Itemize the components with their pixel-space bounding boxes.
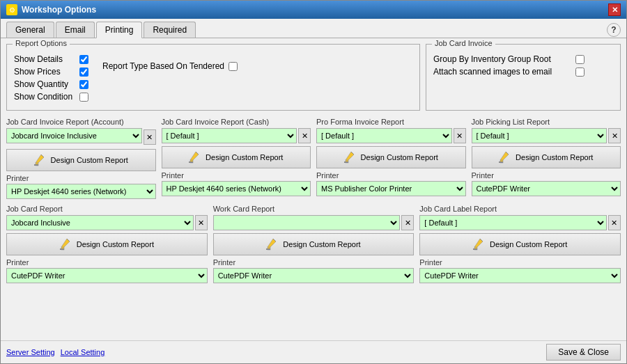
report-type-section: Report Type Based On Tendered xyxy=(102,54,238,104)
pencil-icon-5 xyxy=(60,237,74,251)
report-label-printer-label: Printer xyxy=(419,258,621,267)
server-setting-link[interactable]: Server Setting xyxy=(6,348,55,356)
report-workcard-design-btn[interactable]: Design Custom Report xyxy=(213,233,415,255)
app-icon: ⚙ xyxy=(6,4,17,15)
report-options-group: Report Options Show Details Show Prices … xyxy=(6,44,420,111)
pencil-icon-2 xyxy=(189,150,203,164)
bottom-reports-grid: Job Card Report Jobcard Inclusive ✕ Desi… xyxy=(6,205,621,283)
local-setting-link[interactable]: Local Setting xyxy=(61,348,105,356)
svg-rect-23 xyxy=(266,248,270,250)
svg-rect-3 xyxy=(34,164,38,166)
show-condition-checkbox[interactable] xyxy=(79,93,88,102)
report-picking-clear-btn[interactable]: ✕ xyxy=(608,128,621,143)
title-bar-left: ⚙ Workshop Options xyxy=(6,4,96,15)
report-picking-design-btn[interactable]: Design Custom Report xyxy=(472,146,621,168)
report-account-dropdown-row: Jobcard Invoice Inclusive ✕ xyxy=(6,128,156,146)
top-reports-grid: Job Card Invoice Report (Account) Jobcar… xyxy=(6,118,621,199)
report-options-title: Report Options xyxy=(13,39,70,47)
report-type-label: Report Type Based On Tendered xyxy=(102,61,224,71)
show-condition-label: Show Condition xyxy=(14,92,77,102)
svg-rect-11 xyxy=(344,161,348,163)
report-workcard-clear-btn[interactable]: ✕ xyxy=(401,215,414,230)
tab-email[interactable]: Email xyxy=(56,22,95,38)
report-proforma-printer-select[interactable]: MS Publisher Color Printer xyxy=(316,181,466,196)
main-content: Report Options Show Details Show Prices … xyxy=(1,38,626,340)
checkboxes-left: Show Details Show Prices Show Quantity xyxy=(14,54,88,104)
report-workcard-dropdown-row: ✕ xyxy=(213,215,415,230)
show-prices-checkbox[interactable] xyxy=(79,68,88,77)
report-label-clear-btn[interactable]: ✕ xyxy=(608,215,621,230)
main-window: ⚙ Workshop Options ✕ General Email Print… xyxy=(0,0,627,364)
group-by-inventory-checkbox[interactable] xyxy=(575,55,585,64)
report-cash-select[interactable]: [ Default ] xyxy=(162,128,297,143)
close-button[interactable]: ✕ xyxy=(608,3,621,16)
report-label-design-btn[interactable]: Design Custom Report xyxy=(419,233,621,255)
report-jobcard-design-btn[interactable]: Design Custom Report xyxy=(6,233,208,255)
report-account-clear-btn[interactable]: ✕ xyxy=(144,129,156,145)
report-workcard-select[interactable] xyxy=(213,215,401,230)
svg-rect-19 xyxy=(60,248,64,250)
report-cash-printer-select[interactable]: HP Deskjet 4640 series (Network) xyxy=(162,181,311,196)
report-col-account: Job Card Invoice Report (Account) Jobcar… xyxy=(6,118,156,199)
bottom-bar: Server Setting Local Setting Save & Clos… xyxy=(1,340,626,363)
report-jobcard-clear-btn[interactable]: ✕ xyxy=(195,215,208,230)
report-label-title: Job Card Label Report xyxy=(419,205,621,213)
help-button[interactable]: ? xyxy=(607,23,621,37)
tab-required[interactable]: Required xyxy=(144,22,196,38)
show-quantity-label: Show Quantity xyxy=(14,79,77,89)
report-cash-design-label: Design Custom Report xyxy=(206,153,283,161)
save-close-button[interactable]: Save & Close xyxy=(546,344,621,361)
pencil-icon-6 xyxy=(266,237,280,251)
report-col-jobcard: Job Card Report Jobcard Inclusive ✕ Desi… xyxy=(6,205,208,283)
report-col-proforma: Pro Forma Invoice Report [ Default ] ✕ D… xyxy=(316,118,466,199)
window-title: Workshop Options xyxy=(22,5,96,15)
report-account-select[interactable]: Jobcard Invoice Inclusive xyxy=(6,128,142,143)
show-quantity-checkbox[interactable] xyxy=(79,80,88,89)
report-proforma-design-btn[interactable]: Design Custom Report xyxy=(316,146,466,168)
attach-scanned-checkbox[interactable] xyxy=(575,68,585,77)
report-col-label: Job Card Label Report [ Default ] ✕ Desi… xyxy=(419,205,621,283)
report-type-checkbox[interactable] xyxy=(229,62,238,71)
report-proforma-design-label: Design Custom Report xyxy=(361,153,438,161)
report-jobcard-dropdown-row: Jobcard Inclusive ✕ xyxy=(6,215,208,230)
tab-general[interactable]: General xyxy=(6,22,54,38)
report-jobcard-printer-select[interactable]: CutePDF Writer xyxy=(6,268,208,283)
group-by-inventory-label: Group By Inventory Group Root xyxy=(433,54,573,64)
show-details-checkbox[interactable] xyxy=(79,55,88,64)
attach-scanned-label: Attach scanned images to email xyxy=(433,67,573,77)
svg-rect-15 xyxy=(499,161,503,163)
tab-printing[interactable]: Printing xyxy=(96,22,143,38)
report-proforma-clear-btn[interactable]: ✕ xyxy=(454,128,466,143)
report-jobcard-printer-label: Printer xyxy=(6,258,208,267)
report-account-design-btn[interactable]: Design Custom Report xyxy=(6,149,156,171)
attach-scanned-row: Attach scanned images to email xyxy=(433,67,613,77)
report-label-printer-select[interactable]: CutePDF Writer xyxy=(419,268,621,283)
report-workcard-printer-label: Printer xyxy=(213,258,415,267)
report-proforma-select[interactable]: [ Default ] xyxy=(316,128,452,143)
report-workcard-title: Work Card Report xyxy=(213,205,415,213)
report-proforma-dropdown-row: [ Default ] ✕ xyxy=(316,128,466,143)
report-proforma-printer-label: Printer xyxy=(316,171,466,180)
bottom-links: Server Setting Local Setting xyxy=(6,348,104,356)
report-jobcard-select[interactable]: Jobcard Inclusive xyxy=(6,215,194,230)
job-card-invoice-title: Job Card Invoice xyxy=(432,39,495,47)
tabs-bar: General Email Printing Required ? xyxy=(1,19,626,38)
report-cash-design-btn[interactable]: Design Custom Report xyxy=(162,146,311,168)
report-label-design-label: Design Custom Report xyxy=(490,240,567,248)
report-picking-select[interactable]: [ Default ] xyxy=(472,128,607,143)
pencil-icon-4 xyxy=(499,150,513,164)
report-picking-printer-select[interactable]: CutePDF Writer xyxy=(472,181,621,196)
report-label-dropdown-row: [ Default ] ✕ xyxy=(419,215,621,230)
report-picking-dropdown-row: [ Default ] ✕ xyxy=(472,128,621,143)
job-card-invoice-group: Job Card Invoice Group By Inventory Grou… xyxy=(426,44,621,111)
report-type-row: Report Type Based On Tendered xyxy=(102,61,238,71)
svg-rect-27 xyxy=(473,248,477,250)
report-cash-clear-btn[interactable]: ✕ xyxy=(298,128,311,143)
report-account-printer-select[interactable]: HP Deskjet 4640 series (Network) xyxy=(6,184,156,199)
show-condition-row: Show Condition xyxy=(14,92,88,102)
report-label-select[interactable]: [ Default ] xyxy=(419,215,607,230)
report-workcard-design-label: Design Custom Report xyxy=(283,240,360,248)
report-workcard-printer-select[interactable]: CutePDF Writer xyxy=(213,268,415,283)
show-details-row: Show Details xyxy=(14,54,88,64)
show-quantity-row: Show Quantity xyxy=(14,79,88,89)
